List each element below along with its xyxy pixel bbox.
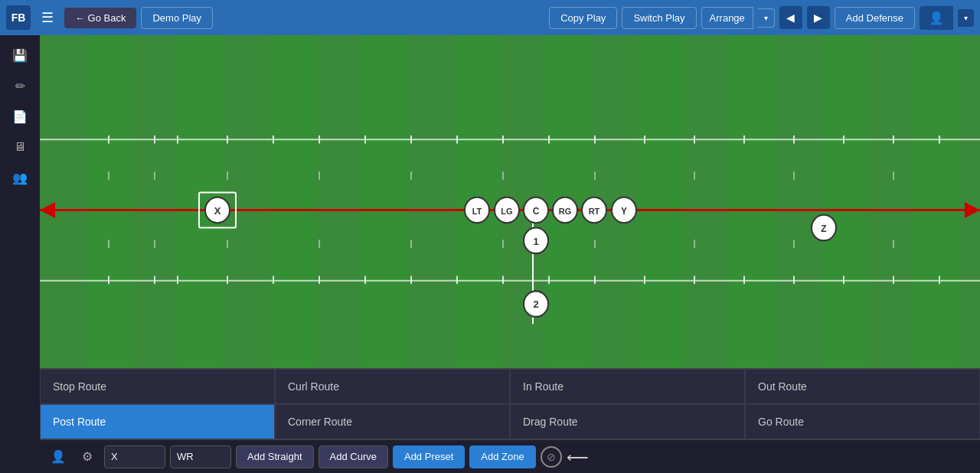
- top-nav: FB ☰ ← Go Back Demo Play Copy Play Switc…: [0, 0, 980, 35]
- stop-route-button[interactable]: Stop Route: [40, 369, 275, 404]
- main-layout: 💾 ✏ 📄 🖥 👥: [0, 35, 980, 473]
- svg-text:LT: LT: [472, 207, 482, 216]
- content-area: X LT LG C RG RT Y: [40, 35, 980, 473]
- prev-button[interactable]: ◀: [779, 6, 802, 29]
- arrow-icon: ⟵: [567, 448, 589, 466]
- switch-play-button[interactable]: Switch Play: [622, 7, 696, 29]
- user-dropdown-button[interactable]: ▾: [958, 9, 974, 27]
- add-straight-button[interactable]: Add Straight: [236, 445, 314, 468]
- add-curve-button[interactable]: Add Curve: [318, 445, 388, 468]
- drag-route-button[interactable]: Drag Route: [510, 404, 745, 439]
- sidebar-notes[interactable]: 📄: [6, 103, 34, 130]
- out-route-button[interactable]: Out Route: [745, 369, 980, 404]
- go-back-button[interactable]: ← Go Back: [64, 8, 136, 28]
- svg-text:RG: RG: [559, 207, 572, 216]
- next-button[interactable]: ▶: [807, 6, 830, 29]
- no-route-icon[interactable]: ⊘: [541, 446, 562, 468]
- go-route-button[interactable]: Go Route: [745, 404, 980, 439]
- svg-text:LG: LG: [501, 207, 512, 216]
- svg-text:2: 2: [533, 298, 538, 310]
- sidebar-team[interactable]: 👥: [6, 164, 34, 191]
- settings-icon-button[interactable]: ⚙: [75, 445, 100, 469]
- svg-text:C: C: [533, 205, 540, 216]
- bottom-panel: Stop Route Curl Route In Route Out Route…: [40, 368, 980, 473]
- curl-route-button[interactable]: Curl Route: [275, 369, 510, 404]
- add-defense-button[interactable]: Add Defense: [835, 7, 915, 29]
- position-label-input[interactable]: [170, 445, 231, 468]
- sidebar-save[interactable]: 💾: [6, 41, 34, 69]
- hamburger-menu[interactable]: ☰: [35, 5, 60, 30]
- player-label-input[interactable]: [104, 445, 165, 468]
- sidebar-screen[interactable]: 🖥: [6, 133, 34, 161]
- demo-play-button[interactable]: Demo Play: [141, 7, 213, 29]
- in-route-button[interactable]: In Route: [510, 369, 745, 404]
- user-icon-button[interactable]: 👤: [46, 445, 70, 469]
- add-zone-button[interactable]: Add Zone: [469, 445, 535, 468]
- svg-text:X: X: [214, 204, 221, 216]
- user-button[interactable]: 👤: [920, 6, 953, 30]
- svg-text:RT: RT: [589, 207, 600, 216]
- route-buttons: Stop Route Curl Route In Route Out Route…: [40, 368, 980, 439]
- add-preset-button[interactable]: Add Preset: [393, 445, 465, 468]
- left-sidebar: 💾 ✏ 📄 🖥 👥: [0, 35, 40, 473]
- toolbar: 👤 ⚙ Add Straight Add Curve Add Preset Ad…: [40, 439, 980, 473]
- sidebar-draw[interactable]: ✏: [6, 72, 34, 99]
- arrange-button[interactable]: Arrange: [701, 7, 753, 29]
- svg-text:Z: Z: [821, 223, 827, 234]
- copy-play-button[interactable]: Copy Play: [549, 7, 617, 29]
- svg-text:1: 1: [533, 235, 539, 246]
- corner-route-button[interactable]: Corner Route: [275, 404, 510, 439]
- football-field[interactable]: X LT LG C RG RT Y: [40, 35, 980, 368]
- app-logo: FB: [6, 5, 31, 30]
- field-svg: X LT LG C RG RT Y: [40, 35, 980, 368]
- post-route-button[interactable]: Post Route: [40, 404, 275, 439]
- arrange-dropdown-button[interactable]: ▾: [758, 8, 775, 28]
- svg-text:Y: Y: [621, 205, 627, 216]
